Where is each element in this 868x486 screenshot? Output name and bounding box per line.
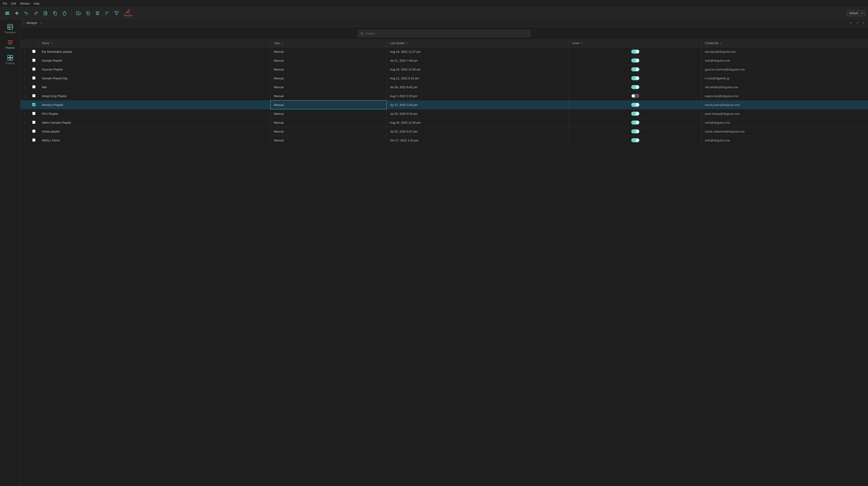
table-row[interactable]: ⣿4WALL DemoManualOct 17, 2022 1:31 pmset… <box>21 136 868 145</box>
col-date-menu-icon[interactable]: ☰ <box>406 42 408 45</box>
row-checkbox[interactable] <box>32 103 35 106</box>
col-created-menu-icon[interactable]: ☰ <box>720 42 722 45</box>
active-toggle[interactable] <box>631 67 640 71</box>
new-file-button[interactable] <box>41 9 50 17</box>
table-row[interactable]: ⣿Hong Kong PlaylistManualAug 3, 2022 2:2… <box>21 92 868 100</box>
menu-edit[interactable]: Edit <box>11 2 16 5</box>
row-checkbox-cell[interactable] <box>29 118 39 127</box>
table-row[interactable]: ⣿Wendy's PlaylistManualJul 27, 2022 3:44… <box>21 100 868 109</box>
menu-file[interactable]: File <box>3 2 7 5</box>
active-toggle[interactable] <box>631 138 640 142</box>
col-name-menu-icon[interactable]: ☰ <box>51 42 53 45</box>
row-checkbox[interactable] <box>32 77 35 80</box>
table-row[interactable]: ⣿PK's PlaylistManualJul 26, 2022 9:15 pm… <box>21 109 868 118</box>
active-toggle[interactable] <box>631 58 640 62</box>
row-active-cell[interactable] <box>569 118 702 127</box>
row-created-cell: wayne.law@disguise.one <box>702 92 868 100</box>
row-active-cell[interactable] <box>569 100 702 109</box>
table-row[interactable]: ⣿Seth's Sample PlaylistManualAug 25, 202… <box>21 118 868 127</box>
add-button[interactable] <box>13 9 21 17</box>
row-checkbox[interactable] <box>32 85 35 88</box>
paste-button[interactable] <box>60 9 69 17</box>
panel-x-button[interactable]: × <box>862 21 866 25</box>
col-type-menu-icon[interactable]: ☰ <box>281 42 283 45</box>
row-active-cell[interactable] <box>569 56 702 65</box>
sidebar-item-playlists[interactable]: Playlists <box>1 37 19 51</box>
default-dropdown[interactable]: Default <box>847 10 865 16</box>
row-created-by: seth@disguise.one <box>705 59 730 62</box>
list-view-button[interactable] <box>3 9 11 17</box>
row-active-cell[interactable] <box>569 65 702 74</box>
table-row[interactable]: ⣿Vickie playlistManualJul 22, 2022 9:27 … <box>21 127 868 136</box>
row-checkbox[interactable] <box>32 139 35 142</box>
active-toggle[interactable] <box>631 76 640 80</box>
row-active-cell[interactable] <box>569 47 702 56</box>
row-checkbox-cell[interactable] <box>29 83 39 92</box>
table-row[interactable]: ⣿Ely Workstation playlistManualAug 19, 2… <box>21 47 868 56</box>
row-active-cell[interactable] <box>569 74 702 83</box>
table-row[interactable]: ⣿Gaurrav PlaylistManualAug 19, 2022 11:5… <box>21 65 868 74</box>
row-checkbox-cell[interactable] <box>29 74 39 83</box>
row-created-cell: ely.stacy@disguise.one <box>702 47 868 56</box>
row-created-cell: niki.whittle@disguise.one <box>702 83 868 92</box>
row-checkbox-cell[interactable] <box>29 136 39 145</box>
row-active-cell[interactable] <box>569 83 702 92</box>
row-checkbox[interactable] <box>32 59 35 62</box>
col-header-active[interactable]: Active ☰ <box>569 39 702 47</box>
active-toggle[interactable] <box>631 103 640 107</box>
col-header-created[interactable]: Created By ☰ <box>702 39 868 47</box>
active-toggle[interactable] <box>631 129 640 133</box>
redo-button[interactable] <box>32 9 40 17</box>
panel-close-button[interactable]: × <box>39 21 43 25</box>
panel-plus-button[interactable]: + <box>849 21 853 25</box>
panel-expand-button[interactable]: ⤢ <box>855 21 860 25</box>
sidebar-item-templates[interactable]: Templates <box>1 21 19 36</box>
row-active-cell[interactable] <box>569 136 702 145</box>
active-toggle[interactable] <box>631 85 640 89</box>
default-dropdown-wrap[interactable]: Default <box>847 10 865 16</box>
sort-button[interactable] <box>103 9 111 17</box>
row-checkbox-cell[interactable] <box>29 92 39 100</box>
row-checkbox[interactable] <box>32 50 35 53</box>
col-header-date[interactable]: Last Update ☰ <box>387 39 569 47</box>
row-checkbox-cell[interactable] <box>29 65 39 74</box>
menu-window[interactable]: Window <box>20 2 30 5</box>
sidebar-item-projects[interactable]: Projects <box>1 52 19 67</box>
duplicate-button[interactable] <box>51 9 59 17</box>
row-checkbox[interactable] <box>32 67 35 71</box>
table-row[interactable]: ⣿Sample Playlist DigManualAug 11, 2022 6… <box>21 74 868 83</box>
row-active-cell[interactable] <box>569 127 702 136</box>
active-toggle[interactable] <box>631 120 640 125</box>
row-checkbox-cell[interactable] <box>29 109 39 118</box>
copy-button[interactable] <box>84 9 92 17</box>
add-to-button[interactable] <box>74 9 83 17</box>
rename-button[interactable]: Rename <box>122 8 134 18</box>
row-date: Aug 19, 2022 11:50 am <box>390 68 421 71</box>
drag-handle: ⣿ <box>21 136 29 145</box>
row-checkbox[interactable] <box>32 112 35 115</box>
menu-help[interactable]: Help <box>34 2 39 5</box>
col-header-type[interactable]: Type ☰ <box>271 39 387 47</box>
undo-button[interactable] <box>22 9 30 17</box>
row-active-cell[interactable] <box>569 92 702 100</box>
col-header-name[interactable]: Name ☰ <box>39 39 271 47</box>
filter-button[interactable] <box>113 9 121 17</box>
col-active-menu-icon[interactable]: ☰ <box>581 42 583 45</box>
row-checkbox-cell[interactable] <box>29 100 39 109</box>
row-checkbox-cell[interactable] <box>29 47 39 56</box>
drag-handle: ⣿ <box>21 56 29 65</box>
row-checkbox[interactable] <box>32 121 35 124</box>
row-checkbox[interactable] <box>32 94 35 97</box>
active-toggle[interactable] <box>631 50 640 54</box>
table-row[interactable]: ⣿Sample PlaylistManualJul 21, 2022 7:48 … <box>21 56 868 65</box>
row-checkbox-cell[interactable] <box>29 56 39 65</box>
active-toggle[interactable] <box>631 94 640 98</box>
search-input[interactable] <box>358 30 531 37</box>
active-toggle[interactable] <box>631 112 640 116</box>
row-checkbox[interactable] <box>32 129 35 133</box>
delete-button[interactable] <box>93 9 101 17</box>
table-row[interactable]: ⣿NikiManualJul 28, 2022 6:42 pmniki.whit… <box>21 83 868 92</box>
row-date-cell: Aug 25, 2022 11:30 pm <box>387 118 569 127</box>
row-active-cell[interactable] <box>569 109 702 118</box>
row-checkbox-cell[interactable] <box>29 127 39 136</box>
